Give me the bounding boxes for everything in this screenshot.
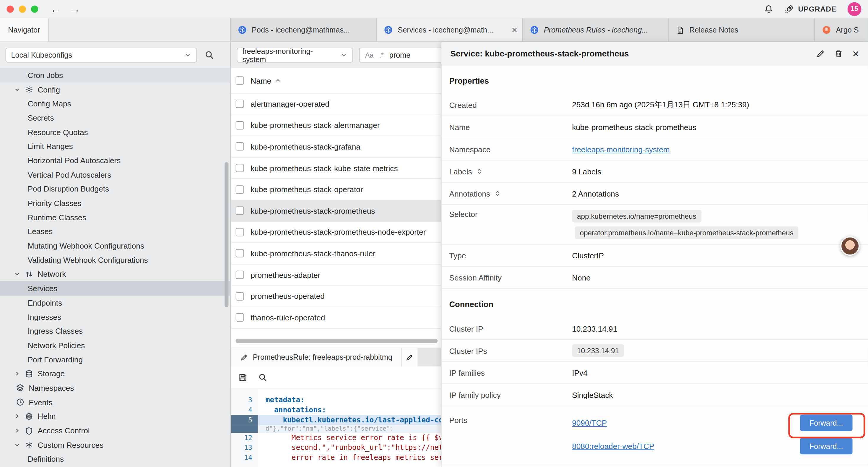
forward-button[interactable]: → xyxy=(70,4,80,14)
kubernetes-icon xyxy=(530,25,539,34)
sidebar-item-config-maps[interactable]: Config Maps xyxy=(0,97,230,111)
sidebar-item-mutating-webhook-configurations[interactable]: Mutating Webhook Configurations xyxy=(0,239,230,253)
forward-button[interactable]: Forward... xyxy=(800,415,852,431)
row-checkbox[interactable] xyxy=(236,121,244,129)
tab-release-notes[interactable]: Release Notes xyxy=(669,18,815,42)
regex-toggle[interactable]: .* xyxy=(379,51,384,59)
drawer-title: Service: kube-prometheus-stack-prometheu… xyxy=(450,49,806,58)
row-checkbox[interactable] xyxy=(236,143,244,151)
forward-button[interactable]: Forward... xyxy=(800,438,852,454)
column-name[interactable]: Name xyxy=(251,76,281,85)
sidebar-item-access-control[interactable]: Access Control xyxy=(0,424,230,438)
sidebar-item-leases[interactable]: Leases xyxy=(0,224,230,238)
match-case-toggle[interactable]: Aa xyxy=(365,51,374,59)
dock-tab-partial[interactable] xyxy=(402,348,418,367)
expand-updown-icon[interactable] xyxy=(476,168,483,175)
bell-icon[interactable] xyxy=(764,4,773,13)
select-all-checkbox[interactable] xyxy=(236,76,244,85)
close-icon[interactable]: × xyxy=(852,48,859,59)
sidebar-item-horizontal-pod-autoscalers[interactable]: Horizontal Pod Autoscalers xyxy=(0,153,230,168)
navigator-tab[interactable]: Navigator xyxy=(0,18,49,42)
port-link-9090[interactable]: 9090/TCP xyxy=(572,418,607,428)
sidebar-item-pod-disruption-budgets[interactable]: Pod Disruption Budgets xyxy=(0,182,230,196)
sidebar-item-cron-jobs[interactable]: Cron Jobs xyxy=(0,68,230,82)
kubeconfig-select[interactable]: Local Kubeconfigs xyxy=(6,48,197,63)
sidebar-item-limit-ranges[interactable]: Limit Ranges xyxy=(0,139,230,153)
dock-tab-prometheusrule[interactable]: PrometheusRule: freeleaps-prod-rabbitmq xyxy=(231,348,402,367)
sidebar-item-ingress-classes[interactable]: Ingress Classes xyxy=(0,324,230,338)
sidebar-item-ingresses[interactable]: Ingresses xyxy=(0,310,230,324)
minimize-window-button[interactable] xyxy=(19,5,26,12)
property-row-labels: Labels 9 Labels xyxy=(441,160,868,183)
lens-app: ← → UPGRADE 15 Navigator Pods - icecheng… xyxy=(0,0,868,467)
sidebar-item-custom-resources[interactable]: Custom Resources xyxy=(0,438,230,452)
property-row-type: Type ClusterIP xyxy=(441,245,868,267)
sidebar-item-resource-quotas[interactable]: Resource Quotas xyxy=(0,125,230,139)
sidebar-item-runtime-classes[interactable]: Runtime Classes xyxy=(0,210,230,224)
tab-services[interactable]: Services - icecheng@math... × xyxy=(377,18,523,42)
pencil-icon xyxy=(240,353,248,361)
maximize-window-button[interactable] xyxy=(31,5,38,12)
sidebar-item-services[interactable]: Services xyxy=(0,282,230,296)
row-checkbox[interactable] xyxy=(236,313,244,322)
row-checkbox[interactable] xyxy=(236,228,244,236)
sidebar-item-vertical-pod-autoscalers[interactable]: Vertical Pod Autoscalers xyxy=(0,168,230,182)
sidebar-item-port-forwarding[interactable]: Port Forwarding xyxy=(0,352,230,367)
sidebar-item-config[interactable]: Config xyxy=(0,82,230,96)
sidebar-item-namespaces[interactable]: Namespaces xyxy=(0,381,230,395)
sidebar-item-validating-webhook-configurations[interactable]: Validating Webhook Configurations xyxy=(0,253,230,267)
tab-argo[interactable]: Argo S xyxy=(815,18,868,42)
sidebar-item-endpoints[interactable]: Endpoints xyxy=(0,296,230,310)
save-icon[interactable] xyxy=(239,373,247,382)
rocket-icon xyxy=(784,4,794,13)
search-icon[interactable] xyxy=(258,373,267,382)
row-checkbox[interactable] xyxy=(236,100,244,108)
back-button[interactable]: ← xyxy=(50,4,61,14)
navigator-sidebar: Local Kubeconfigs Cron Jobs Config Confi… xyxy=(0,42,231,467)
edit-pencil-icon[interactable] xyxy=(816,49,825,58)
sort-ascending-icon xyxy=(275,78,281,84)
row-checkbox[interactable] xyxy=(236,271,244,279)
section-heading: Properties xyxy=(441,65,868,94)
tab-label: Services - icecheng@math... xyxy=(398,26,507,34)
row-checkbox[interactable] xyxy=(236,164,244,172)
asterisk-icon xyxy=(25,441,33,449)
user-avatar[interactable] xyxy=(840,236,860,256)
pencil-icon xyxy=(406,353,413,361)
sidebar-item-definitions[interactable]: Definitions xyxy=(0,452,230,466)
sidebar-item-network-policies[interactable]: Network Policies xyxy=(0,338,230,352)
line-number: 14 xyxy=(231,453,258,463)
notification-badge[interactable]: 15 xyxy=(848,2,862,16)
row-checkbox[interactable] xyxy=(236,185,244,194)
property-row-session-affinity: Session Affinity None xyxy=(441,267,868,289)
row-checkbox[interactable] xyxy=(236,292,244,300)
sidebar-item-network[interactable]: Network xyxy=(0,267,230,282)
namespace-select[interactable]: freeleaps-monitoring-system xyxy=(237,48,353,63)
upgrade-button[interactable]: UPGRADE xyxy=(784,4,836,13)
expand-updown-icon[interactable] xyxy=(494,190,501,197)
property-row-ip-family-policy: IP family policy SingleStack xyxy=(441,384,868,406)
tab-prometheus-rules[interactable]: Prometheus Rules - icecheng... xyxy=(523,18,669,42)
trash-icon[interactable] xyxy=(834,49,843,58)
horizontal-scrollbar[interactable] xyxy=(236,339,438,343)
close-tab-icon[interactable]: × xyxy=(512,25,517,35)
history-nav: ← → xyxy=(50,4,80,14)
sidebar-item-storage[interactable]: Storage xyxy=(0,367,230,381)
sidebar-item-priority-classes[interactable]: Priority Classes xyxy=(0,196,230,210)
close-window-button[interactable] xyxy=(6,5,13,12)
sidebar-scrollbar[interactable] xyxy=(224,162,228,308)
tab-pods[interactable]: Pods - icecheng@mathmas... xyxy=(231,18,377,42)
sidebar-item-secrets[interactable]: Secrets xyxy=(0,111,230,125)
row-checkbox[interactable] xyxy=(236,249,244,258)
line-number: 3 xyxy=(231,395,258,405)
sidebar-item-helm[interactable]: Helm xyxy=(0,409,230,424)
sidebar-item-events[interactable]: Events xyxy=(0,395,230,409)
kubernetes-icon xyxy=(238,25,247,34)
search-value: prome xyxy=(390,51,411,59)
port-link-8080-reloader-web[interactable]: 8080:reloader-web/TCP xyxy=(572,442,654,450)
namespace-link[interactable]: freeleaps-monitoring-system xyxy=(572,145,670,154)
search-icon[interactable] xyxy=(205,50,214,60)
property-row-name: Name kube-prometheus-stack-prometheus xyxy=(441,116,868,138)
row-checkbox[interactable] xyxy=(236,207,244,215)
property-row-annotations: Annotations 2 Annotations xyxy=(441,183,868,205)
